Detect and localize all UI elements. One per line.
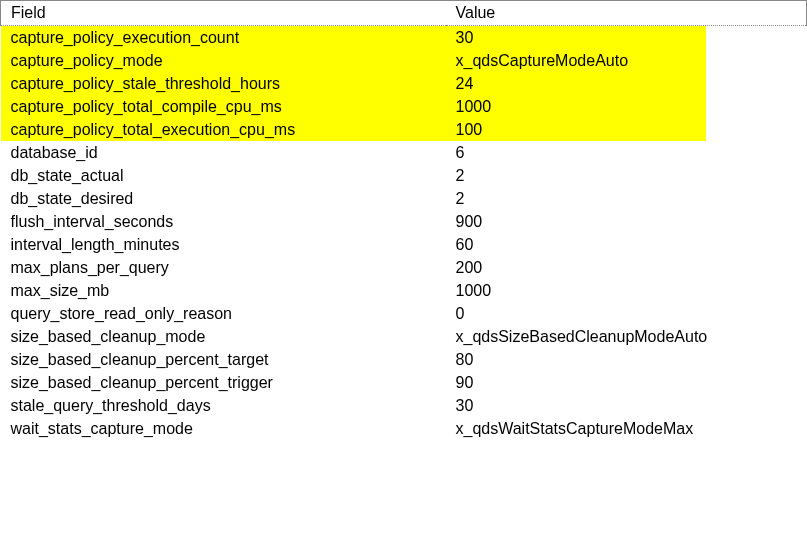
- table-header-row: Field Value: [1, 1, 807, 26]
- cell-value: 24: [446, 72, 807, 95]
- cell-field: capture_policy_total_compile_cpu_ms: [1, 95, 446, 118]
- cell-value: x_qdsWaitStatsCaptureModeMax: [446, 417, 807, 440]
- cell-value: 0: [446, 302, 807, 325]
- cell-value: 1000: [446, 279, 807, 302]
- table-row[interactable]: max_size_mb1000: [1, 279, 807, 302]
- cell-value: 2: [446, 187, 807, 210]
- cell-value: 100: [446, 118, 807, 141]
- cell-field: size_based_cleanup_percent_trigger: [1, 371, 446, 394]
- cell-field: capture_policy_execution_count: [1, 26, 446, 50]
- cell-value: 60: [446, 233, 807, 256]
- cell-value: 30: [446, 26, 807, 50]
- properties-table: Field Value capture_policy_execution_cou…: [0, 0, 807, 440]
- cell-field: size_based_cleanup_mode: [1, 325, 446, 348]
- table-row[interactable]: interval_length_minutes60: [1, 233, 807, 256]
- cell-value: x_qdsCaptureModeAuto: [446, 49, 807, 72]
- cell-value: 6: [446, 141, 807, 164]
- table-row[interactable]: db_state_actual2: [1, 164, 807, 187]
- table-row[interactable]: capture_policy_total_execution_cpu_ms100: [1, 118, 807, 141]
- table-row[interactable]: capture_policy_execution_count30: [1, 26, 807, 50]
- cell-field: database_id: [1, 141, 446, 164]
- table-row[interactable]: size_based_cleanup_percent_target80: [1, 348, 807, 371]
- table-row[interactable]: capture_policy_modex_qdsCaptureModeAuto: [1, 49, 807, 72]
- cell-field: stale_query_threshold_days: [1, 394, 446, 417]
- cell-field: wait_stats_capture_mode: [1, 417, 446, 440]
- cell-field: capture_policy_mode: [1, 49, 446, 72]
- table-row[interactable]: size_based_cleanup_modex_qdsSizeBasedCle…: [1, 325, 807, 348]
- cell-value: 30: [446, 394, 807, 417]
- cell-field: capture_policy_total_execution_cpu_ms: [1, 118, 446, 141]
- cell-field: size_based_cleanup_percent_target: [1, 348, 446, 371]
- cell-value: x_qdsSizeBasedCleanupModeAuto: [446, 325, 807, 348]
- table-row[interactable]: database_id6: [1, 141, 807, 164]
- cell-value: 900: [446, 210, 807, 233]
- cell-value: 1000: [446, 95, 807, 118]
- column-header-value[interactable]: Value: [446, 1, 807, 26]
- table-row[interactable]: size_based_cleanup_percent_trigger90: [1, 371, 807, 394]
- table-row[interactable]: wait_stats_capture_modex_qdsWaitStatsCap…: [1, 417, 807, 440]
- cell-field: max_size_mb: [1, 279, 446, 302]
- cell-field: db_state_actual: [1, 164, 446, 187]
- cell-value: 200: [446, 256, 807, 279]
- cell-value: 2: [446, 164, 807, 187]
- column-header-field[interactable]: Field: [1, 1, 446, 26]
- table-row[interactable]: capture_policy_total_compile_cpu_ms1000: [1, 95, 807, 118]
- table-row[interactable]: stale_query_threshold_days30: [1, 394, 807, 417]
- cell-field: query_store_read_only_reason: [1, 302, 446, 325]
- cell-value: 90: [446, 371, 807, 394]
- table-row[interactable]: query_store_read_only_reason0: [1, 302, 807, 325]
- table-row[interactable]: flush_interval_seconds900: [1, 210, 807, 233]
- cell-field: flush_interval_seconds: [1, 210, 446, 233]
- cell-field: capture_policy_stale_threshold_hours: [1, 72, 446, 95]
- cell-field: max_plans_per_query: [1, 256, 446, 279]
- cell-value: 80: [446, 348, 807, 371]
- table-row[interactable]: max_plans_per_query200: [1, 256, 807, 279]
- table-row[interactable]: db_state_desired2: [1, 187, 807, 210]
- cell-field: interval_length_minutes: [1, 233, 446, 256]
- table-row[interactable]: capture_policy_stale_threshold_hours24: [1, 72, 807, 95]
- cell-field: db_state_desired: [1, 187, 446, 210]
